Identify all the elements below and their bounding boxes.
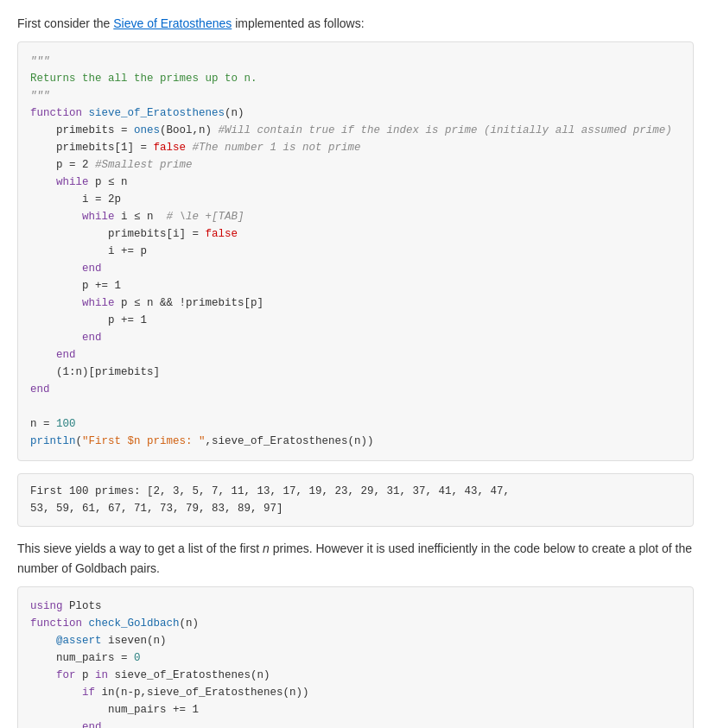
code-block-goldbach: using Plots function check_Goldbach(n) @… bbox=[17, 586, 694, 728]
intro-text-before: First consider the bbox=[17, 16, 113, 30]
output-block-sieve: First 100 primes: [2, 3, 5, 7, 11, 13, 1… bbox=[17, 473, 694, 527]
mid-paragraph: This sieve yields a way to get a list of… bbox=[17, 539, 694, 578]
intro-text-after: implemented as follows: bbox=[232, 16, 364, 30]
intro-paragraph: First consider the Sieve of Eratosthenes… bbox=[17, 14, 694, 33]
code-block-sieve: """ Returns the all the primes up to n. … bbox=[17, 41, 694, 461]
sieve-link[interactable]: Sieve of Eratosthenes bbox=[113, 16, 232, 30]
